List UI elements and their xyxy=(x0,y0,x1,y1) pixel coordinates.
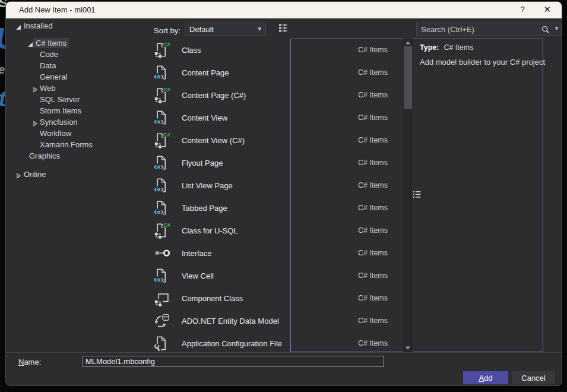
scroll-up-arrow[interactable] xyxy=(403,39,413,47)
svg-text:C#: C# xyxy=(163,222,171,228)
csharp-class-icon: C# xyxy=(154,131,172,149)
search-options-chevron-icon[interactable]: ▾ xyxy=(555,25,558,31)
sidebar-item-installed[interactable]: Installed xyxy=(6,21,148,32)
sort-by-value: Default xyxy=(189,25,214,34)
sort-by-label: Sort by: xyxy=(154,26,180,35)
tree-collapsed-icon[interactable] xyxy=(32,119,38,128)
sidebar-item-sql-server[interactable]: SQL Server xyxy=(6,94,148,106)
search-icon[interactable] xyxy=(541,25,550,37)
item-category: C# Items xyxy=(358,113,388,122)
item-label: Content Page (C#) xyxy=(182,91,246,100)
item-category: C# Items xyxy=(358,159,388,167)
list-item-application-configuration-file[interactable]: Application Configuration FileC# Items xyxy=(149,332,402,352)
sidebar-item-workflow[interactable]: Workflow xyxy=(6,128,148,140)
name-input[interactable] xyxy=(83,356,384,367)
sidebar-item-label: C# Items xyxy=(33,38,69,48)
sidebar-item-web[interactable]: Web xyxy=(6,83,148,94)
list-item-content-view[interactable]: Content ViewC# Items xyxy=(149,106,402,129)
category-tree: InstalledC# ItemsCodeDataGeneralWebSQL S… xyxy=(6,21,148,181)
sidebar-item-online[interactable]: Online xyxy=(6,169,148,181)
sidebar-item-label: Workflow xyxy=(40,129,71,138)
csharp-class-icon: C# xyxy=(154,222,172,239)
xaml-page-icon xyxy=(154,109,172,127)
item-label: Class for U-SQL xyxy=(182,226,238,235)
item-type-row: Type:C# Items xyxy=(420,43,473,52)
list-item-class-for-u-sql[interactable]: C#Class for U-SQLC# Items xyxy=(149,219,402,242)
item-label: Tabbed Page xyxy=(182,204,227,213)
sidebar-item-label: Storm Items xyxy=(40,106,81,115)
close-button[interactable]: ✕ xyxy=(543,4,551,15)
item-category: C# Items xyxy=(358,204,388,212)
list-item-ado-net-entity-data-model[interactable]: ADO.NET Entity Data ModelC# Items xyxy=(149,309,402,332)
scroll-down-arrow[interactable] xyxy=(403,344,413,352)
list-item-interface[interactable]: InterfaceC# Items xyxy=(149,242,402,264)
interface-icon xyxy=(154,244,172,262)
list-item-tabbed-page[interactable]: Tabbed PageC# Items xyxy=(149,197,402,219)
tree-collapsed-icon[interactable] xyxy=(15,172,21,181)
item-label: ADO.NET Entity Data Model xyxy=(182,317,279,325)
sidebar-item-label: Web xyxy=(40,84,56,93)
item-label: Class xyxy=(182,46,201,55)
medium-icons-view-button[interactable] xyxy=(276,23,289,36)
svg-text:C#: C# xyxy=(163,87,171,93)
item-category: C# Items xyxy=(358,226,388,235)
scrollbar-thumb[interactable] xyxy=(404,46,412,109)
item-category: C# Items xyxy=(358,271,388,280)
sidebar-item-general[interactable]: General xyxy=(6,72,148,83)
item-label: Component Class xyxy=(182,294,243,303)
list-item-content-page[interactable]: Content PageC# Items xyxy=(149,61,402,84)
item-category: C# Items xyxy=(358,136,388,144)
list-item-view-cell[interactable]: View CellC# Items xyxy=(149,264,402,287)
help-button[interactable]: ? xyxy=(521,5,525,14)
add-new-item-dialog: Add New Item - ml001 ? ✕ InstalledC# Ite… xyxy=(5,1,562,386)
xaml-page-icon xyxy=(154,64,172,81)
sidebar-item-graphics[interactable]: Graphics xyxy=(6,151,148,162)
cancel-button[interactable]: Cancel xyxy=(512,371,555,384)
sidebar-item-code[interactable]: Code xyxy=(6,49,148,61)
svg-text:C#: C# xyxy=(163,132,171,138)
sidebar-item-storm-items[interactable]: Storm Items xyxy=(6,106,148,117)
xaml-page-icon xyxy=(154,199,172,217)
item-label: View Cell xyxy=(182,271,214,280)
item-category: C# Items xyxy=(358,46,388,54)
sidebar-item-label: SQL Server xyxy=(40,95,80,104)
sidebar-item-data[interactable]: Data xyxy=(6,61,148,72)
list-item-list-view-page[interactable]: List View PageC# Items xyxy=(149,174,402,197)
search-input[interactable] xyxy=(418,24,537,34)
sidebar-item-label: Installed xyxy=(24,21,52,30)
sidebar-item-xamarin-forms[interactable]: Xamarin.Forms xyxy=(6,140,148,151)
list-view-icon xyxy=(411,189,422,202)
sidebar-item-label: General xyxy=(40,72,67,81)
xaml-page-icon xyxy=(154,267,172,284)
tree-collapsed-icon[interactable] xyxy=(32,86,38,94)
tree-expanded-icon[interactable] xyxy=(27,40,33,49)
list-item-class[interactable]: C#ClassC# Items xyxy=(149,39,402,61)
list-item-flyout-page[interactable]: Flyout PageC# Items xyxy=(149,151,402,174)
list-item-content-page-c[interactable]: C#Content Page (C#)C# Items xyxy=(149,84,402,106)
item-label: List View Page xyxy=(182,181,233,190)
type-label: Type: xyxy=(420,43,439,52)
list-item-component-class[interactable]: Component ClassC# Items xyxy=(149,287,402,309)
item-label: Content Page xyxy=(182,68,229,77)
item-category: C# Items xyxy=(358,68,388,77)
sort-by-dropdown[interactable]: Default ▾ xyxy=(185,23,266,36)
background-glyph: e xyxy=(0,63,5,77)
add-button[interactable]: Add xyxy=(463,371,508,384)
component-icon xyxy=(154,289,172,307)
xaml-page-icon xyxy=(154,154,172,172)
sidebar-item-label: Data xyxy=(40,61,56,70)
list-item-content-view-c[interactable]: C#Content View (C#)C# Items xyxy=(149,129,402,151)
chevron-down-icon: ▾ xyxy=(258,25,261,33)
sidebar-item-syncfusion[interactable]: Syncfusion xyxy=(6,117,148,128)
sidebar-item-c-items[interactable]: C# Items xyxy=(6,38,148,49)
xaml-page-icon xyxy=(154,176,172,194)
dialog-title: Add New Item - ml001 xyxy=(19,5,96,14)
scrollbar[interactable] xyxy=(403,39,413,352)
item-label: Content View xyxy=(182,113,227,122)
tree-expanded-icon[interactable] xyxy=(15,23,21,32)
dialog-titlebar[interactable]: Add New Item - ml001 ? ✕ xyxy=(6,2,562,18)
csharp-class-icon: C# xyxy=(154,86,172,104)
item-category: C# Items xyxy=(358,91,388,99)
item-category: C# Items xyxy=(358,294,388,302)
sidebar-item-label: Syncfusion xyxy=(40,118,78,127)
